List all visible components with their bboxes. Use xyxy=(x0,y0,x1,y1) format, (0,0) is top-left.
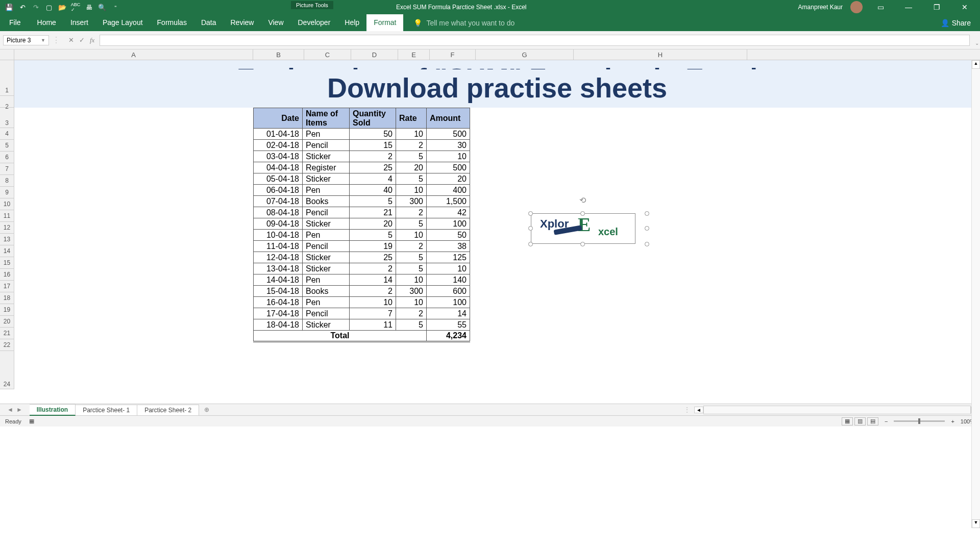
cell-qty[interactable]: 15 xyxy=(350,140,396,151)
column-header[interactable]: H xyxy=(574,49,747,60)
cell-rate[interactable]: 10 xyxy=(396,230,427,241)
row-header[interactable]: 8 xyxy=(0,175,14,187)
cell-item[interactable]: Pen xyxy=(303,129,350,140)
cell-rate[interactable]: 20 xyxy=(396,162,427,173)
row-header[interactable]: 3 xyxy=(0,108,14,128)
cell-amount[interactable]: 55 xyxy=(427,319,470,331)
cell-date[interactable]: 17-04-18 xyxy=(254,308,303,319)
cell-item[interactable]: Sticker xyxy=(303,218,350,230)
cell-item[interactable]: Pencil xyxy=(303,308,350,319)
row-header[interactable]: 19 xyxy=(0,304,14,316)
cell-item[interactable]: Pen xyxy=(303,274,350,286)
undo-icon[interactable]: ↶ xyxy=(18,3,27,11)
view-page-break-icon[interactable]: ▤ xyxy=(867,417,878,425)
cell-item[interactable]: Sticker xyxy=(303,263,350,274)
cell-date[interactable]: 08-04-18 xyxy=(254,207,303,218)
cell-rate[interactable]: 10 xyxy=(396,297,427,308)
cell-qty[interactable]: 7 xyxy=(350,308,396,319)
cell-amount[interactable]: 100 xyxy=(427,297,470,308)
cell-item[interactable]: Sticker xyxy=(303,252,350,263)
cell-rate[interactable]: 2 xyxy=(396,241,427,252)
cell-date[interactable]: 18-04-18 xyxy=(254,319,303,331)
column-header[interactable]: D xyxy=(351,49,398,60)
cell-rate[interactable]: 10 xyxy=(396,185,427,196)
cell-rate[interactable]: 5 xyxy=(396,151,427,162)
tab-page-layout[interactable]: Page Layout xyxy=(95,14,150,31)
cell-item[interactable]: Books xyxy=(303,286,350,297)
cell-date[interactable]: 01-04-18 xyxy=(254,129,303,140)
cell-item[interactable]: Sticker xyxy=(303,151,350,162)
row-header[interactable]: 22 xyxy=(0,339,14,351)
preview-icon[interactable]: 🔍 xyxy=(98,3,106,11)
cell-qty[interactable]: 5 xyxy=(350,230,396,241)
cell-qty[interactable]: 5 xyxy=(350,196,396,207)
cell-qty[interactable]: 25 xyxy=(350,252,396,263)
quickprint-icon[interactable]: 🖶 xyxy=(85,3,93,11)
add-sheet-icon[interactable]: ⊕ xyxy=(199,406,214,413)
close-icon[interactable]: ✕ xyxy=(954,3,975,11)
cell-amount[interactable]: 50 xyxy=(427,230,470,241)
resize-handle[interactable] xyxy=(528,226,533,231)
cell-qty[interactable]: 21 xyxy=(350,207,396,218)
row-header[interactable]: 15 xyxy=(0,257,14,269)
column-header[interactable]: C xyxy=(304,49,351,60)
cell-amount[interactable]: 140 xyxy=(427,274,470,286)
username-label[interactable]: Amanpreet Kaur xyxy=(798,4,843,11)
cell-amount[interactable]: 20 xyxy=(427,173,470,185)
tab-format[interactable]: Format xyxy=(366,14,403,31)
sheet-nav-next-icon[interactable]: ► xyxy=(16,406,22,413)
cell-amount[interactable]: 30 xyxy=(427,140,470,151)
cell-rate[interactable]: 300 xyxy=(396,196,427,207)
fx-icon[interactable]: fx xyxy=(90,36,94,44)
cell-date[interactable]: 10-04-18 xyxy=(254,230,303,241)
expand-formula-bar-icon[interactable]: ⌄ xyxy=(975,40,979,46)
cancel-formula-icon[interactable]: ✕ xyxy=(68,36,74,44)
cell-item[interactable]: Register xyxy=(303,162,350,173)
cell-date[interactable]: 11-04-18 xyxy=(254,241,303,252)
cell-rate[interactable]: 2 xyxy=(396,140,427,151)
enter-formula-icon[interactable]: ✓ xyxy=(79,36,85,44)
cell-amount[interactable]: 42 xyxy=(427,207,470,218)
name-box-dropdown-icon[interactable]: ▼ xyxy=(41,38,45,43)
cell-rate[interactable]: 5 xyxy=(396,218,427,230)
cell-item[interactable]: Sticker xyxy=(303,319,350,331)
cell-rate[interactable]: 5 xyxy=(396,173,427,185)
cell-item[interactable]: Pen xyxy=(303,297,350,308)
cell-date[interactable]: 06-04-18 xyxy=(254,185,303,196)
row-header[interactable]: 7 xyxy=(0,163,14,175)
cell-amount[interactable]: 1,500 xyxy=(427,196,470,207)
resize-handle[interactable] xyxy=(645,242,649,246)
cell-qty[interactable]: 11 xyxy=(350,319,396,331)
cell-amount[interactable]: 500 xyxy=(427,162,470,173)
cell-item[interactable]: Pencil xyxy=(303,207,350,218)
resize-handle[interactable] xyxy=(645,226,649,231)
sheet-tab-illustration[interactable]: Illustration xyxy=(30,404,76,416)
selected-picture[interactable]: ⟲ Xplor E xcel xyxy=(531,198,635,249)
qat-dropdown-icon[interactable]: ⁼ xyxy=(111,3,119,11)
tab-help[interactable]: Help xyxy=(337,14,366,31)
share-button[interactable]: Share xyxy=(952,19,971,27)
cell-item[interactable]: Pen xyxy=(303,230,350,241)
cell-qty[interactable]: 40 xyxy=(350,185,396,196)
cell-date[interactable]: 07-04-18 xyxy=(254,196,303,207)
cell-amount[interactable]: 500 xyxy=(427,129,470,140)
sheet-nav-prev-icon[interactable]: ◄ xyxy=(7,406,13,413)
cell-rate[interactable]: 5 xyxy=(396,252,427,263)
cell-amount[interactable]: 600 xyxy=(427,286,470,297)
rotate-handle-icon[interactable]: ⟲ xyxy=(579,195,586,205)
cell-amount[interactable]: 10 xyxy=(427,151,470,162)
tab-review[interactable]: Review xyxy=(224,14,261,31)
row-header[interactable]: 18 xyxy=(0,292,14,304)
cell-item[interactable]: Sticker xyxy=(303,173,350,185)
cell-amount[interactable]: 100 xyxy=(427,218,470,230)
tab-formulas[interactable]: Formulas xyxy=(150,14,194,31)
cell-rate[interactable]: 5 xyxy=(396,319,427,331)
maximize-icon[interactable]: ❐ xyxy=(926,3,947,11)
resize-handle[interactable] xyxy=(645,211,649,216)
row-header[interactable]: 14 xyxy=(0,245,14,257)
avatar[interactable] xyxy=(850,1,863,13)
cell-date[interactable]: 15-04-18 xyxy=(254,286,303,297)
worksheet-grid[interactable]: 1234567891011121314151617181920212224 Ex… xyxy=(0,60,980,404)
tab-view[interactable]: View xyxy=(261,14,290,31)
row-header[interactable]: 11 xyxy=(0,210,14,222)
